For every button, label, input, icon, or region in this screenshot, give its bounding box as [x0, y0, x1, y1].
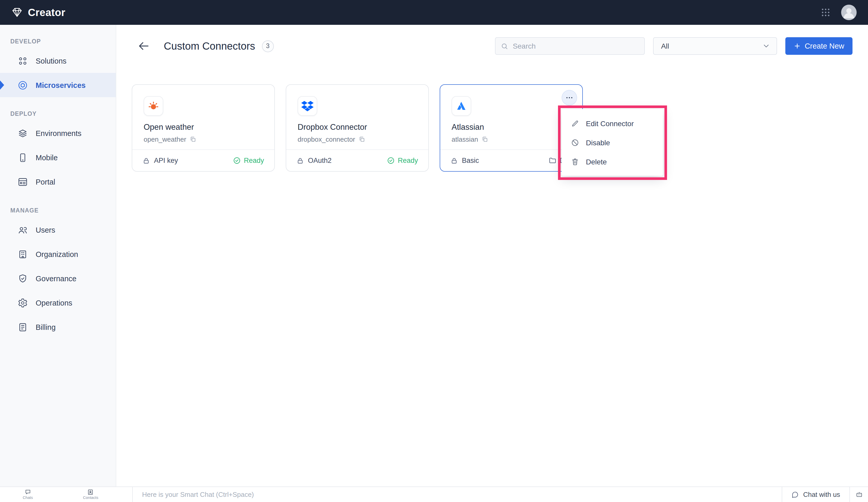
assistant-icon — [855, 491, 862, 498]
apps-grid-icon[interactable] — [820, 7, 831, 18]
card-footer: Basic D — [440, 149, 582, 171]
assistant-panel-button[interactable] — [849, 487, 868, 502]
solutions-icon — [18, 56, 28, 66]
microservices-icon — [18, 80, 28, 90]
copy-icon[interactable] — [482, 136, 488, 143]
connector-title: Atlassian — [452, 122, 571, 132]
organization-icon — [18, 249, 28, 259]
shield-icon — [18, 273, 28, 283]
contacts-shortcut[interactable]: Contacts — [83, 489, 98, 500]
brand[interactable]: Creator — [11, 7, 65, 18]
menu-item-disable[interactable]: Disable — [561, 133, 663, 152]
sidebar-item-organization[interactable]: Organization — [0, 242, 116, 266]
sidebar-item-portal[interactable]: Portal — [0, 170, 116, 194]
more-options-button[interactable] — [561, 90, 577, 106]
page-title: Custom Connectors — [164, 40, 255, 52]
chats-label: Chats — [23, 495, 33, 500]
sidebar-item-billing[interactable]: Billing — [0, 315, 116, 339]
search-input[interactable] — [513, 42, 639, 50]
connector-id: atlassian — [452, 135, 478, 143]
plus-icon — [794, 42, 801, 50]
connector-card-open-weather[interactable]: Open weather open_weather — [132, 84, 275, 172]
portal-icon — [18, 177, 28, 187]
layers-icon — [18, 128, 28, 138]
create-new-label: Create New — [805, 42, 844, 50]
connector-title: Dropbox Connector — [298, 122, 417, 132]
sidebar-item-governance[interactable]: Governance — [0, 266, 116, 291]
section-deploy: DEPLOY — [0, 111, 116, 117]
check-circle-icon — [233, 157, 241, 164]
lock-icon — [451, 157, 458, 164]
bottom-bar: Chats Contacts Chat with us — [0, 486, 868, 502]
create-new-button[interactable]: Create New — [786, 37, 852, 55]
pencil-icon — [571, 119, 579, 128]
sidebar-item-users[interactable]: Users — [0, 218, 116, 242]
users-icon — [18, 225, 28, 235]
dropbox-icon — [298, 96, 317, 116]
sidebar-item-label: Environments — [36, 129, 81, 137]
connector-count-badge: 3 — [262, 40, 274, 52]
contacts-icon — [87, 489, 94, 495]
sidebar-item-label: Organization — [36, 250, 78, 258]
chats-shortcut[interactable]: Chats — [23, 489, 33, 500]
trash-icon — [571, 158, 579, 166]
lock-icon — [297, 157, 304, 164]
lock-icon — [143, 157, 150, 164]
bottom-bar-left: Chats Contacts — [0, 487, 133, 502]
sidebar-item-label: Users — [36, 226, 55, 234]
connector-context-menu: Edit Connector Disable Delete — [561, 109, 663, 176]
chats-icon — [25, 489, 31, 495]
sidebar-item-label: Portal — [36, 178, 55, 186]
back-arrow-icon[interactable] — [137, 39, 150, 53]
menu-item-edit-connector[interactable]: Edit Connector — [561, 114, 663, 133]
sidebar-item-operations[interactable]: Operations — [0, 291, 116, 315]
card-footer: OAuth2 Ready — [286, 149, 428, 171]
sidebar-item-label: Operations — [36, 299, 72, 307]
sidebar-item-solutions[interactable]: Solutions — [0, 49, 116, 73]
filter-dropdown[interactable]: All — [653, 37, 777, 55]
chat-with-us-button[interactable]: Chat with us — [782, 487, 849, 502]
sidebar-item-label: Billing — [36, 323, 55, 331]
main-content: Custom Connectors 3 All — [116, 25, 868, 486]
check-circle-icon — [387, 157, 395, 164]
connector-card-dropbox[interactable]: Dropbox Connector dropbox_connector — [286, 84, 429, 172]
connector-card-atlassian[interactable]: Atlassian atlassian — [440, 84, 583, 172]
page-header: Custom Connectors 3 All — [116, 25, 868, 55]
mobile-icon — [18, 152, 28, 163]
chat-with-us-label: Chat with us — [803, 491, 840, 499]
creator-logo-icon — [11, 7, 23, 18]
card-footer: API key Ready — [132, 149, 274, 171]
section-manage: MANAGE — [0, 207, 116, 213]
contacts-label: Contacts — [83, 495, 98, 500]
sidebar-item-mobile[interactable]: Mobile — [0, 145, 116, 170]
sidebar-item-label: Solutions — [36, 57, 66, 65]
status-badge: Ready — [387, 157, 418, 164]
connector-id: open_weather — [144, 135, 186, 143]
sidebar-item-microservices[interactable]: Microservices — [0, 73, 116, 97]
copy-icon[interactable] — [190, 136, 197, 143]
auth-type: API key — [154, 157, 178, 164]
creator-app: Creator DEVELOP — [0, 0, 868, 502]
open-weather-icon — [144, 96, 163, 116]
app-title: Creator — [28, 7, 65, 18]
atlassian-icon — [452, 96, 471, 116]
section-develop: DEVELOP — [0, 38, 116, 44]
connector-id: dropbox_connector — [298, 135, 355, 143]
topbar: Creator — [0, 0, 868, 25]
status-label: Ready — [398, 157, 418, 164]
connector-title: Open weather — [144, 122, 263, 132]
billing-icon — [18, 322, 28, 332]
sidebar-item-environments[interactable]: Environments — [0, 121, 116, 145]
menu-item-label: Edit Connector — [586, 119, 634, 128]
more-options-icon — [565, 93, 574, 102]
sidebar-item-label: Microservices — [36, 81, 85, 89]
search-box — [495, 37, 645, 55]
user-avatar[interactable] — [841, 4, 857, 20]
gear-icon — [18, 298, 28, 308]
sidebar: DEVELOP Solutions Microservices DEPLOY — [0, 25, 116, 486]
smart-chat-input[interactable] — [142, 491, 782, 499]
menu-item-delete[interactable]: Delete — [561, 152, 663, 171]
sidebar-item-label: Governance — [36, 274, 76, 282]
copy-icon[interactable] — [359, 136, 365, 143]
search-icon — [501, 42, 509, 50]
